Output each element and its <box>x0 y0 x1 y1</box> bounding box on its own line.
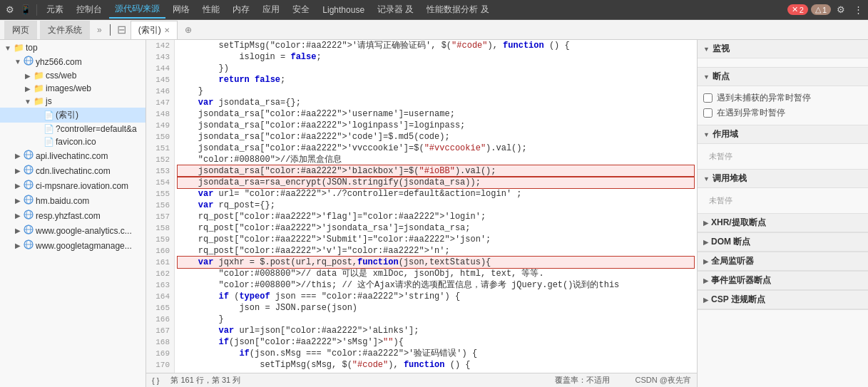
line-number: 157 <box>150 211 170 222</box>
section-status-text: 未暂停 <box>703 192 862 209</box>
tree-item[interactable]: ▼📁js <box>0 95 145 108</box>
line-number: 152 <box>150 154 170 165</box>
section-arrow-icon: ▼ <box>703 46 710 53</box>
menu-memory[interactable]: 内存 <box>227 1 255 18</box>
line-number: 165 <box>150 302 170 314</box>
line-number: 153 <box>150 165 170 177</box>
error-badge[interactable]: ✕ 2 <box>787 4 808 15</box>
right-section-header[interactable]: ▶DOM 断点 <box>698 233 868 252</box>
menu-recorder[interactable]: 记录器 及 <box>372 1 419 18</box>
right-section-header[interactable]: ▼调用堆栈 <box>698 170 868 188</box>
tree-item[interactable]: ▼📁top <box>0 41 145 54</box>
breakpoint-label: 遇到未捕获的异常时暂停 <box>717 92 811 104</box>
section-arrow-icon: ▶ <box>703 258 708 265</box>
right-section-header[interactable]: ▶CSP 违规断点 <box>698 291 868 309</box>
tree-arrow-icon: ▶ <box>13 197 23 205</box>
tree-file-icon: 📄 <box>43 137 54 147</box>
section-body: 遇到未捕获的异常时暂停在遇到异常时暂停 <box>698 86 868 125</box>
code-line: "color:#008800">//this; // 这个Ajax请求的选项配置… <box>178 279 694 291</box>
tree-item[interactable]: ▶api.livechatinc.com <box>0 148 145 163</box>
right-section-header[interactable]: ▼监视 <box>698 40 868 58</box>
line-number: 154 <box>150 177 170 188</box>
tree-item[interactable]: ▶ci-mpsnare.iovation.com <box>0 178 145 193</box>
tree-arrow-icon: ▶ <box>23 85 33 93</box>
more-menu-icon[interactable]: ⋮ <box>851 3 865 17</box>
error-icon: ✕ <box>792 5 798 14</box>
section-title: 断点 <box>713 71 730 83</box>
tree-item[interactable]: 📄(索引) <box>0 108 145 123</box>
right-section-header[interactable]: ▶全局监听器 <box>698 252 868 271</box>
menu-performance[interactable]: 性能 <box>197 1 225 18</box>
tree-item[interactable]: ▶📁css/web <box>0 69 145 82</box>
tab-index-active[interactable]: (索引) ✕ <box>131 21 178 39</box>
menu-lighthouse[interactable]: Lighthouse <box>317 3 370 17</box>
right-section: ▶全局监听器 <box>698 252 868 272</box>
status-user: CSDN @夜先宵 <box>635 375 691 386</box>
tab-close-btn[interactable]: ✕ <box>164 26 170 34</box>
tree-item[interactable]: ▶cdn.livechatinc.com <box>0 163 145 178</box>
breakpoint-checkbox[interactable] <box>703 93 713 103</box>
code-line: setTipMsg("color:#aa2222">'请填写正确验证码', $(… <box>178 40 694 51</box>
tree-file-icon: 📄 <box>43 110 54 120</box>
code-content: setTipMsg("color:#aa2222">'请填写正确验证码', $(… <box>175 40 697 373</box>
tree-item[interactable]: ▼yhz566.com <box>0 54 145 69</box>
section-title: 作用域 <box>713 128 738 140</box>
right-section-header[interactable]: ▼作用域 <box>698 125 868 144</box>
menu-security[interactable]: 安全 <box>287 1 315 18</box>
section-arrow-icon: ▼ <box>703 73 710 81</box>
code-line: jsondata_rsa["color:#aa2222">'username']… <box>178 108 694 120</box>
tree-item[interactable]: 📄?controller=default&a <box>0 123 145 135</box>
menu-application[interactable]: 应用 <box>257 1 285 18</box>
breakpoint-checkbox[interactable] <box>703 108 713 118</box>
section-arrow-icon: ▼ <box>703 175 710 182</box>
line-number: 155 <box>150 188 170 200</box>
code-line: } <box>178 86 694 97</box>
tree-item[interactable]: ▶www.googletagmanage... <box>0 238 145 253</box>
section-body: 未暂停 <box>698 188 868 213</box>
section-body: 未暂停 <box>698 144 868 169</box>
menu-perf-analysis[interactable]: 性能数据分析 及 <box>421 1 494 18</box>
tree-item-label: (索引) <box>56 109 78 121</box>
tree-item-label: images/web <box>46 83 91 93</box>
tree-arrow-icon: ▼ <box>3 44 13 52</box>
device-icon[interactable]: 📱 <box>19 3 33 17</box>
add-tab-btn[interactable]: ⊕ <box>180 24 196 36</box>
code-line: rq_post["color:#aa2222">'jsondata_rsa']=… <box>178 222 694 234</box>
status-bar: { } 第 161 行，第 31 列 覆盖率：不适用 CSDN @夜先宵 <box>146 373 697 387</box>
section-title: 事件监听器断点 <box>711 274 771 287</box>
section-arrow-icon: ▼ <box>703 131 710 138</box>
menu-network[interactable]: 网络 <box>167 1 195 18</box>
menu-sources[interactable]: 源代码/来源 <box>109 1 165 19</box>
right-section-header[interactable]: ▼断点 <box>698 68 868 86</box>
menu-console[interactable]: 控制台 <box>71 1 108 18</box>
settings-icon[interactable]: ⚙ <box>834 3 848 17</box>
code-line: setTipMsg(sMsg, $("#code"), function () … <box>178 359 694 371</box>
tree-item-label: www.google-analytics.c... <box>36 226 132 236</box>
tree-item[interactable]: ▶📁images/web <box>0 82 145 95</box>
warn-badge[interactable]: △ 1 <box>811 4 831 15</box>
menu-elements[interactable]: 元素 <box>41 1 69 18</box>
line-number: 159 <box>150 234 170 245</box>
line-number: 142 <box>150 40 170 51</box>
code-area[interactable]: 1421431441451461471481491501511521531541… <box>146 40 697 373</box>
right-section-header[interactable]: ▶XHR/提取断点 <box>698 214 868 232</box>
devtools-icon[interactable]: ⚙ <box>3 3 17 17</box>
tree-file-icon: 📄 <box>43 124 54 134</box>
left-panel: ▼📁top▼yhz566.com▶📁css/web▶📁images/web▼📁j… <box>0 40 146 387</box>
tab-filesystem[interactable]: 文件系统 <box>40 21 90 39</box>
tab-more-btn[interactable]: » <box>93 23 106 37</box>
error-count: 2 <box>800 6 804 14</box>
tab-webpage[interactable]: 网页 <box>4 21 37 39</box>
tree-item-label: favicon.ico <box>56 137 96 147</box>
tab-index-label: (索引) <box>138 24 161 36</box>
tree-item[interactable]: ▶hm.baidu.com <box>0 193 145 208</box>
menubar-right: ✕ 2 △ 1 ⚙ ⋮ <box>787 3 865 17</box>
right-section-header[interactable]: ▶事件监听器断点 <box>698 272 868 290</box>
sidebar-toggle-icon[interactable]: ⊟ <box>114 23 129 37</box>
code-line: jsondata_rsa["color:#aa2222">'code']=$.m… <box>178 131 694 143</box>
line-number: 147 <box>150 97 170 108</box>
tree-item[interactable]: ▶www.google-analytics.c... <box>0 223 145 238</box>
tree-item[interactable]: ▶resp.yhzfast.com <box>0 208 145 223</box>
tree-item[interactable]: 📄favicon.ico <box>0 135 145 148</box>
tree-arrow-icon: ▶ <box>13 152 23 160</box>
